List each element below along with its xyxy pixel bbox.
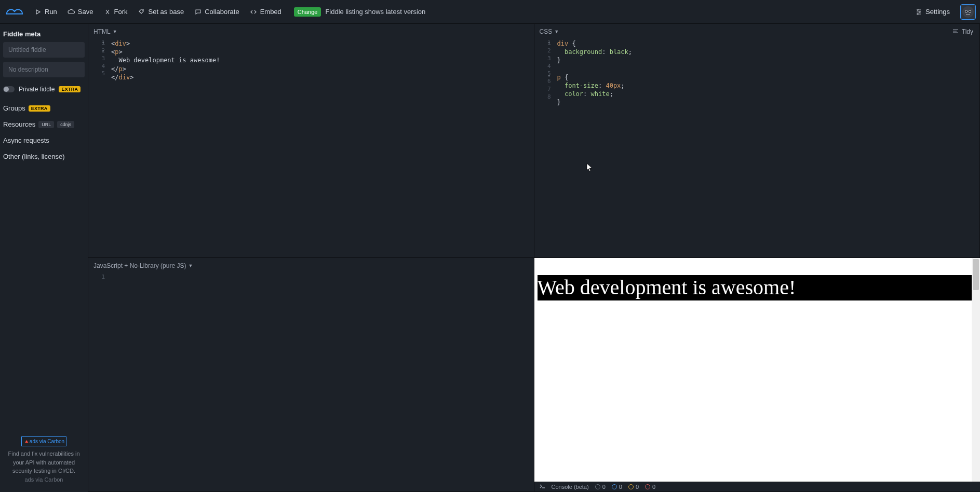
private-label: Private fiddle — [19, 86, 55, 93]
avatar[interactable] — [960, 4, 976, 20]
url-badge: URL — [38, 121, 54, 128]
js-panel-label[interactable]: JavaScript + No-Library (pure JS)▼ — [93, 262, 193, 269]
result-scrollbar[interactable] — [972, 258, 980, 482]
html-editor[interactable]: ▾<div> ▾<p> Web development is awesome! … — [88, 39, 534, 257]
svg-point-2 — [919, 11, 921, 12]
sidebar-ad: 🔺ads via Carbon Find and fix vulnerabili… — [3, 431, 85, 489]
chat-icon — [194, 8, 202, 16]
logo[interactable] — [4, 5, 24, 19]
sidebar-resources[interactable]: Resources URL cdnjs — [3, 116, 85, 132]
js-panel: JavaScript + No-Library (pure JS)▼ 1 — [88, 258, 534, 492]
console-count-2: 0 — [612, 484, 622, 490]
tidy-button[interactable]: Tidy — [952, 28, 973, 35]
collaborate-label: Collaborate — [205, 8, 239, 16]
svg-point-0 — [142, 10, 143, 11]
fork-label: Fork — [114, 8, 128, 16]
set-base-button[interactable]: Set as base — [133, 5, 190, 19]
cloud-icon — [68, 8, 75, 16]
css-panel: CSS▼ Tidy 1 2 3 4 5 6 7 8 ▾div { backgro… — [534, 24, 981, 258]
console-bar[interactable]: Console (beta) 0 0 0 0 — [534, 482, 981, 491]
ad-text: Find and fix vulnerabilities in your API… — [8, 450, 79, 474]
collaborate-button[interactable]: Collaborate — [189, 5, 245, 19]
play-icon — [34, 8, 42, 16]
css-panel-label[interactable]: CSS▼ — [540, 28, 559, 35]
save-button[interactable]: Save — [62, 5, 99, 19]
js-editor[interactable] — [88, 274, 534, 491]
fiddle-meta-title: Fiddle meta — [3, 30, 85, 42]
topbar: Run Save Fork Set as base Collaborate Em… — [0, 0, 980, 24]
chevron-down-icon: ▼ — [188, 263, 193, 268]
console-count-4: 0 — [645, 484, 655, 490]
fiddle-title-input[interactable] — [3, 42, 85, 58]
chevron-down-icon: ▼ — [113, 29, 117, 34]
set-base-label: Set as base — [149, 8, 184, 16]
result-text: Web development is awesome! — [538, 275, 977, 299]
result-panel: Web development is awesome! ▴▾ Console (… — [534, 258, 981, 492]
svg-point-5 — [965, 10, 967, 12]
sidebar-async[interactable]: Async requests — [3, 132, 85, 148]
change-badge[interactable]: Change — [294, 7, 321, 17]
console-count-1: 0 — [595, 484, 606, 490]
run-label: Run — [45, 8, 57, 16]
console-label: Console (beta) — [552, 484, 589, 490]
sidebar: Fiddle meta Private fiddle EXTRA Groups … — [0, 24, 88, 492]
tag-icon — [138, 8, 145, 16]
html-panel-label[interactable]: HTML▼ — [93, 28, 117, 35]
chevron-down-icon: ▼ — [554, 29, 559, 34]
extra-badge-2: EXTRA — [29, 105, 50, 112]
settings-label: Settings — [925, 8, 950, 16]
fork-icon — [104, 8, 111, 16]
change-text: Fiddle listing shows latest version — [325, 8, 425, 16]
svg-point-1 — [917, 9, 919, 10]
css-editor[interactable]: ▾div { background: black; } ▾p { font-si… — [534, 39, 980, 257]
ad-caption: ads via Carbon — [25, 476, 63, 483]
extra-badge: EXTRA — [59, 86, 80, 92]
code-icon — [250, 8, 257, 16]
svg-point-3 — [917, 13, 919, 15]
save-label: Save — [78, 8, 93, 16]
console-count-3: 0 — [628, 484, 639, 490]
html-panel: HTML▼ 1 2 3 4 5 ▾<div> ▾<p> Web developm… — [88, 24, 534, 258]
result-iframe[interactable]: Web development is awesome! ▴▾ — [534, 258, 981, 491]
scroll-thumb[interactable] — [973, 259, 979, 290]
embed-button[interactable]: Embed — [245, 5, 287, 19]
private-toggle[interactable] — [3, 86, 15, 92]
terminal-icon — [540, 484, 545, 490]
svg-point-6 — [969, 10, 971, 12]
fork-button[interactable]: Fork — [99, 5, 133, 19]
sidebar-groups[interactable]: Groups EXTRA — [3, 100, 85, 116]
cdnjs-badge: cdnjs — [57, 121, 74, 128]
run-button[interactable]: Run — [29, 5, 62, 19]
settings-button[interactable]: Settings — [910, 5, 955, 19]
sliders-icon — [915, 8, 922, 16]
fiddle-desc-input[interactable] — [3, 62, 85, 77]
ad-image-placeholder[interactable]: 🔺ads via Carbon — [21, 436, 66, 446]
sidebar-other[interactable]: Other (links, license) — [3, 148, 85, 165]
tidy-icon — [952, 28, 959, 35]
embed-label: Embed — [260, 8, 281, 16]
svg-point-4 — [962, 6, 974, 18]
